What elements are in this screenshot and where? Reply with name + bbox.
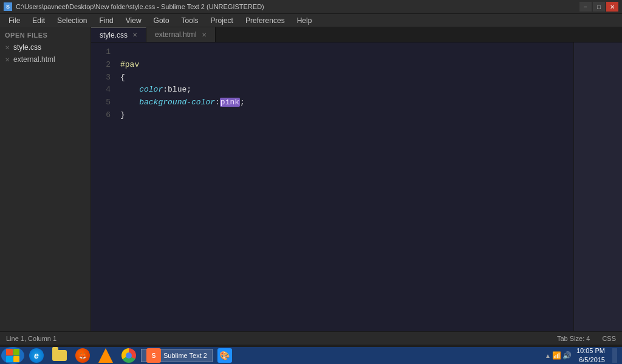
firefox-icon: 🦊 <box>75 348 90 363</box>
window-title: C:\Users\pavneet\Desktop\New folder\styl… <box>16 3 264 10</box>
code-line-6: } <box>120 109 569 122</box>
notification-area: ▲ 📶 🔊 <box>545 351 572 360</box>
logo-bl <box>6 356 13 363</box>
tab-close-icon[interactable]: ✕ <box>132 32 137 38</box>
sidebar: OPEN FILES ✕ style.css ✕ external.html <box>0 27 91 331</box>
windows-logo <box>6 349 19 362</box>
menu-edit[interactable]: Edit <box>26 14 51 27</box>
paint-icon: 🎨 <box>217 348 232 363</box>
code-line-2: #pav <box>120 59 569 72</box>
chevron-icon[interactable]: ▲ <box>545 352 551 359</box>
taskbar-sublime[interactable]: S Sublime Text 2 <box>141 349 213 362</box>
code-line-1 <box>120 46 569 59</box>
tab-close-icon[interactable]: ✕ <box>202 32 207 38</box>
editor-column: style.css ✕ external.html ✕ 1 2 3 4 5 6 <box>91 27 622 331</box>
line-num: 2 <box>91 59 111 72</box>
taskbar-chrome[interactable] <box>118 347 140 364</box>
start-button[interactable] <box>1 347 24 364</box>
title-bar: S C:\Users\pavneet\Desktop\New folder\st… <box>0 0 622 13</box>
clock[interactable]: 10:05 PM 6/5/2015 <box>576 346 605 364</box>
logo-tr <box>13 349 20 356</box>
tab-size: Tab Size: 4 <box>557 335 590 342</box>
menu-selection[interactable]: Selection <box>51 14 93 27</box>
sidebar-file-name: style.css <box>13 43 41 52</box>
menu-goto[interactable]: Goto <box>148 14 176 27</box>
main-layout: OPEN FILES ✕ style.css ✕ external.html s… <box>0 27 622 331</box>
active-app-label: Sublime Text 2 <box>163 352 207 359</box>
editor-container: 1 2 3 4 5 6 #pav { color:blue; backgroun… <box>91 42 622 331</box>
app-icon: S <box>4 2 12 11</box>
sidebar-section-header: OPEN FILES <box>0 29 91 41</box>
logo-tl <box>6 349 13 356</box>
line-num: 5 <box>91 96 111 109</box>
tab-label: external.html <box>155 30 197 39</box>
tab-style-css[interactable]: style.css ✕ <box>91 27 146 42</box>
sidebar-item-style-css[interactable]: ✕ style.css <box>0 41 91 53</box>
logo-br <box>13 356 20 363</box>
ie-icon: e <box>29 348 44 363</box>
menu-view[interactable]: View <box>120 14 148 27</box>
window-controls: − □ ✕ <box>579 2 618 12</box>
line-num: 1 <box>91 46 111 59</box>
taskbar-vlc[interactable] <box>95 347 117 364</box>
syntax-label: CSS <box>602 335 616 342</box>
maximize-button[interactable]: □ <box>593 2 605 12</box>
line-numbers: 1 2 3 4 5 6 <box>91 42 115 331</box>
minimize-button[interactable]: − <box>579 2 592 12</box>
line-num: 3 <box>91 72 111 84</box>
line-num: 6 <box>91 109 111 122</box>
chrome-inner <box>126 352 132 359</box>
menu-bar: File Edit Selection Find View Goto Tools… <box>0 13 622 27</box>
status-bar: Line 1, Column 1 Tab Size: 4 CSS <box>0 331 622 345</box>
close-icon[interactable]: ✕ <box>5 44 10 51</box>
code-line-3: { <box>120 72 569 84</box>
chrome-icon <box>121 348 136 363</box>
menu-preferences[interactable]: Preferences <box>239 14 291 27</box>
sidebar-file-name: external.html <box>13 55 55 64</box>
menu-tools[interactable]: Tools <box>176 14 205 27</box>
editor-area[interactable]: 1 2 3 4 5 6 #pav { color:blue; backgroun… <box>91 42 622 331</box>
status-right: Tab Size: 4 CSS <box>557 335 616 342</box>
clock-date: 6/5/2015 <box>576 356 605 364</box>
code-line-4: color:blue; <box>120 84 569 96</box>
vlc-icon <box>98 348 113 363</box>
volume-icon[interactable]: 🔊 <box>562 351 572 360</box>
line-num: 4 <box>91 84 111 96</box>
tab-label: style.css <box>100 31 128 39</box>
sidebar-item-external-html[interactable]: ✕ external.html <box>0 53 91 66</box>
title-left: S C:\Users\pavneet\Desktop\New folder\st… <box>4 2 264 11</box>
taskbar: e 🦊 S Sublime Text 2 🎨 ▲ 📶 🔊 <box>0 347 622 364</box>
taskbar-left: e 🦊 S Sublime Text 2 🎨 <box>0 347 236 364</box>
menu-find[interactable]: Find <box>93 14 119 27</box>
close-icon[interactable]: ✕ <box>5 56 10 63</box>
menu-help[interactable]: Help <box>291 14 318 27</box>
minimap <box>573 42 622 331</box>
clock-time: 10:05 PM <box>576 346 605 356</box>
taskbar-paint[interactable]: 🎨 <box>214 347 236 364</box>
menu-project[interactable]: Project <box>205 14 239 27</box>
tab-bar: style.css ✕ external.html ✕ <box>91 27 622 42</box>
sublime-icon: S <box>146 348 161 363</box>
network-icon: 📶 <box>552 351 561 360</box>
cursor-position: Line 1, Column 1 <box>6 335 56 342</box>
show-desktop-button[interactable] <box>612 348 617 363</box>
code-content[interactable]: #pav { color:blue; background-color:pink… <box>115 42 573 331</box>
taskbar-folder[interactable] <box>49 347 70 364</box>
taskbar-firefox[interactable]: 🦊 <box>72 347 94 364</box>
close-button[interactable]: ✕ <box>606 2 618 12</box>
folder-icon <box>52 350 67 361</box>
taskbar-ie[interactable]: e <box>26 347 47 364</box>
taskbar-right: ▲ 📶 🔊 10:05 PM 6/5/2015 <box>545 346 622 364</box>
code-line-5: background-color:pink; <box>120 96 569 109</box>
tab-external-html[interactable]: external.html ✕ <box>146 27 216 42</box>
menu-file[interactable]: File <box>2 14 26 27</box>
